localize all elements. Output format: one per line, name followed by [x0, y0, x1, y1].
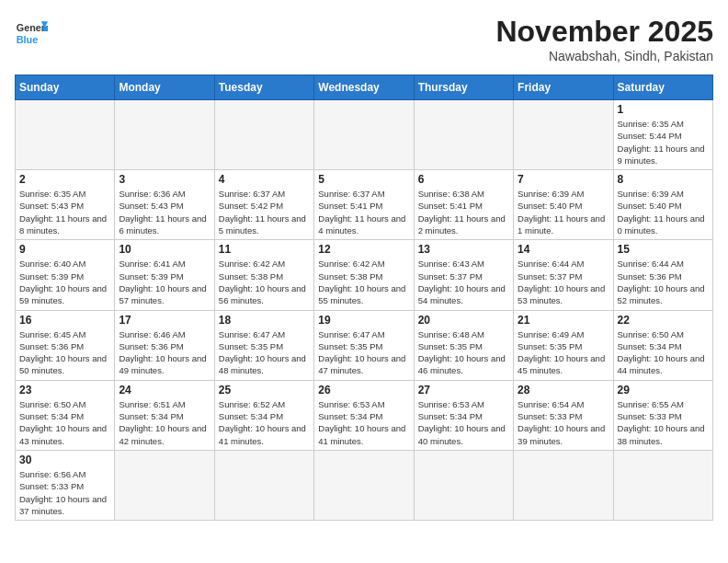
day-number: 16 — [19, 314, 110, 327]
title-area: November 2025 Nawabshah, Sindh, Pakistan — [495, 15, 713, 63]
calendar-day-cell: 19Sunrise: 6:47 AMSunset: 5:35 PMDayligh… — [314, 310, 414, 380]
weekday-header: Tuesday — [214, 75, 313, 100]
calendar-day-cell: 2Sunrise: 6:35 AMSunset: 5:43 PMDaylight… — [16, 170, 115, 240]
calendar-day-cell: 22Sunrise: 6:50 AMSunset: 5:34 PMDayligh… — [613, 310, 712, 380]
day-info: Sunrise: 6:37 AMSunset: 5:41 PMDaylight:… — [318, 188, 409, 236]
location: Nawabshah, Sindh, Pakistan — [495, 49, 713, 63]
page-header: General Blue November 2025 Nawabshah, Si… — [15, 15, 713, 63]
day-number: 11 — [219, 243, 310, 256]
calendar-day-cell — [16, 100, 115, 170]
calendar-day-cell: 12Sunrise: 6:42 AMSunset: 5:38 PMDayligh… — [314, 240, 414, 310]
day-number: 9 — [19, 243, 110, 256]
day-info: Sunrise: 6:50 AMSunset: 5:34 PMDaylight:… — [19, 398, 110, 447]
day-info: Sunrise: 6:56 AMSunset: 5:33 PMDaylight:… — [19, 468, 110, 517]
calendar-day-cell: 28Sunrise: 6:54 AMSunset: 5:33 PMDayligh… — [514, 380, 613, 450]
day-number: 2 — [19, 173, 110, 186]
svg-text:Blue: Blue — [17, 34, 38, 45]
calendar-day-cell: 17Sunrise: 6:46 AMSunset: 5:36 PMDayligh… — [115, 310, 214, 380]
calendar-day-cell: 11Sunrise: 6:42 AMSunset: 5:38 PMDayligh… — [214, 240, 313, 310]
day-number: 6 — [418, 173, 509, 186]
calendar-day-cell — [414, 100, 513, 170]
day-number: 3 — [119, 173, 210, 186]
calendar-day-cell: 13Sunrise: 6:43 AMSunset: 5:37 PMDayligh… — [414, 240, 513, 310]
day-info: Sunrise: 6:54 AMSunset: 5:33 PMDaylight:… — [518, 398, 609, 447]
day-info: Sunrise: 6:46 AMSunset: 5:36 PMDaylight:… — [119, 328, 210, 377]
day-number: 15 — [618, 243, 709, 256]
day-info: Sunrise: 6:48 AMSunset: 5:35 PMDaylight:… — [418, 328, 509, 377]
calendar-day-cell: 27Sunrise: 6:53 AMSunset: 5:34 PMDayligh… — [414, 380, 513, 450]
calendar-week-row: 9Sunrise: 6:40 AMSunset: 5:39 PMDaylight… — [16, 240, 713, 310]
calendar-day-cell: 14Sunrise: 6:44 AMSunset: 5:37 PMDayligh… — [514, 240, 613, 310]
day-number: 4 — [219, 173, 310, 186]
day-info: Sunrise: 6:35 AMSunset: 5:43 PMDaylight:… — [19, 188, 110, 236]
logo-icon: General Blue — [15, 15, 48, 48]
weekday-header: Monday — [115, 75, 214, 100]
day-number: 25 — [219, 384, 310, 396]
calendar-week-row: 30Sunrise: 6:56 AMSunset: 5:33 PMDayligh… — [16, 450, 713, 520]
calendar-day-cell — [514, 450, 613, 520]
calendar-day-cell: 5Sunrise: 6:37 AMSunset: 5:41 PMDaylight… — [314, 170, 414, 240]
day-info: Sunrise: 6:42 AMSunset: 5:38 PMDaylight:… — [219, 258, 310, 306]
calendar-day-cell — [214, 450, 313, 520]
day-info: Sunrise: 6:47 AMSunset: 5:35 PMDaylight:… — [219, 328, 310, 377]
day-number: 10 — [119, 243, 210, 256]
calendar-day-cell: 8Sunrise: 6:39 AMSunset: 5:40 PMDaylight… — [613, 170, 712, 240]
day-number: 24 — [119, 384, 210, 396]
day-number: 12 — [318, 243, 409, 256]
day-info: Sunrise: 6:50 AMSunset: 5:34 PMDaylight:… — [618, 328, 709, 377]
calendar-day-cell: 3Sunrise: 6:36 AMSunset: 5:43 PMDaylight… — [115, 170, 214, 240]
day-number: 5 — [318, 173, 409, 186]
calendar-day-cell: 21Sunrise: 6:49 AMSunset: 5:35 PMDayligh… — [514, 310, 613, 380]
day-info: Sunrise: 6:53 AMSunset: 5:34 PMDaylight:… — [418, 398, 509, 447]
calendar-day-cell: 16Sunrise: 6:45 AMSunset: 5:36 PMDayligh… — [16, 310, 115, 380]
day-number: 13 — [418, 243, 509, 256]
day-info: Sunrise: 6:38 AMSunset: 5:41 PMDaylight:… — [418, 188, 509, 236]
day-number: 23 — [19, 384, 110, 396]
calendar-day-cell — [514, 100, 613, 170]
calendar-day-cell: 7Sunrise: 6:39 AMSunset: 5:40 PMDaylight… — [514, 170, 613, 240]
calendar-day-cell: 24Sunrise: 6:51 AMSunset: 5:34 PMDayligh… — [115, 380, 214, 450]
calendar-day-cell — [414, 450, 513, 520]
day-number: 29 — [618, 384, 709, 396]
day-info: Sunrise: 6:43 AMSunset: 5:37 PMDaylight:… — [418, 258, 509, 306]
calendar-day-cell — [314, 100, 414, 170]
calendar-week-row: 2Sunrise: 6:35 AMSunset: 5:43 PMDaylight… — [16, 170, 713, 240]
day-info: Sunrise: 6:51 AMSunset: 5:34 PMDaylight:… — [119, 398, 210, 447]
calendar-day-cell — [214, 100, 313, 170]
calendar-table: SundayMondayTuesdayWednesdayThursdayFrid… — [15, 75, 713, 521]
calendar-day-cell: 1Sunrise: 6:35 AMSunset: 5:44 PMDaylight… — [613, 100, 712, 170]
calendar-day-cell: 20Sunrise: 6:48 AMSunset: 5:35 PMDayligh… — [414, 310, 513, 380]
day-number: 28 — [518, 384, 609, 396]
calendar-day-cell — [115, 100, 214, 170]
calendar-day-cell: 23Sunrise: 6:50 AMSunset: 5:34 PMDayligh… — [16, 380, 115, 450]
day-number: 8 — [618, 173, 709, 186]
calendar-day-cell: 25Sunrise: 6:52 AMSunset: 5:34 PMDayligh… — [214, 380, 313, 450]
month-title: November 2025 — [495, 15, 713, 49]
calendar-day-cell: 9Sunrise: 6:40 AMSunset: 5:39 PMDaylight… — [16, 240, 115, 310]
calendar-day-cell — [613, 450, 712, 520]
calendar-day-cell: 18Sunrise: 6:47 AMSunset: 5:35 PMDayligh… — [214, 310, 313, 380]
day-number: 19 — [318, 314, 409, 327]
day-info: Sunrise: 6:37 AMSunset: 5:42 PMDaylight:… — [219, 188, 310, 236]
calendar-day-cell: 29Sunrise: 6:55 AMSunset: 5:33 PMDayligh… — [613, 380, 712, 450]
weekday-header: Sunday — [16, 75, 115, 100]
day-info: Sunrise: 6:45 AMSunset: 5:36 PMDaylight:… — [19, 328, 110, 377]
day-info: Sunrise: 6:53 AMSunset: 5:34 PMDaylight:… — [318, 398, 409, 447]
day-info: Sunrise: 6:40 AMSunset: 5:39 PMDaylight:… — [19, 258, 110, 306]
day-number: 30 — [19, 454, 110, 466]
day-info: Sunrise: 6:39 AMSunset: 5:40 PMDaylight:… — [518, 188, 609, 236]
calendar-day-cell: 30Sunrise: 6:56 AMSunset: 5:33 PMDayligh… — [16, 450, 115, 520]
day-number: 17 — [119, 314, 210, 327]
calendar-day-cell: 10Sunrise: 6:41 AMSunset: 5:39 PMDayligh… — [115, 240, 214, 310]
day-info: Sunrise: 6:49 AMSunset: 5:35 PMDaylight:… — [518, 328, 609, 377]
calendar-day-cell — [314, 450, 414, 520]
weekday-header-row: SundayMondayTuesdayWednesdayThursdayFrid… — [16, 75, 713, 100]
day-number: 22 — [618, 314, 709, 327]
day-number: 26 — [318, 384, 409, 396]
calendar-day-cell: 4Sunrise: 6:37 AMSunset: 5:42 PMDaylight… — [214, 170, 313, 240]
day-info: Sunrise: 6:36 AMSunset: 5:43 PMDaylight:… — [119, 188, 210, 236]
day-info: Sunrise: 6:39 AMSunset: 5:40 PMDaylight:… — [618, 188, 709, 236]
day-info: Sunrise: 6:52 AMSunset: 5:34 PMDaylight:… — [219, 398, 310, 447]
day-info: Sunrise: 6:42 AMSunset: 5:38 PMDaylight:… — [318, 258, 409, 306]
weekday-header: Friday — [514, 75, 613, 100]
